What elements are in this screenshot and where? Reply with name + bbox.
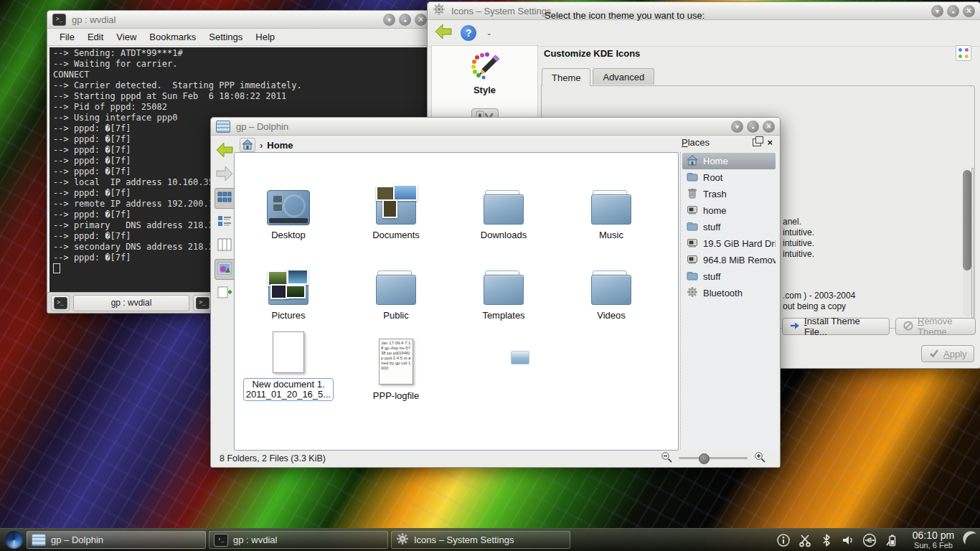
minimize-button[interactable]: [383, 14, 395, 26]
install-theme-button[interactable]: Install Theme File...: [782, 318, 890, 335]
zoom-out-icon[interactable]: [661, 451, 672, 465]
file-item-desktop[interactable]: Desktop: [235, 160, 342, 240]
places-item-home[interactable]: Home: [682, 153, 776, 169]
file-label: Music: [599, 230, 623, 240]
theme-list-text: intuitive.: [783, 238, 814, 248]
split-view-button[interactable]: [215, 283, 235, 303]
places-item-964-8-mib-remov-[interactable]: 964.8 MiB Remov...: [682, 252, 776, 268]
file-view[interactable]: DesktopDocumentsDownloadsMusicPicturesPu…: [234, 152, 679, 451]
file-item-pictures[interactable]: Pictures: [235, 240, 342, 321]
close-button[interactable]: [763, 121, 775, 133]
icon-theme-list[interactable]: [971, 168, 974, 319]
bluetooth-icon[interactable]: [819, 533, 834, 547]
minimize-button[interactable]: [931, 5, 943, 17]
scrollbar-thumb[interactable]: [963, 170, 971, 270]
breadcrumb-location[interactable]: Home: [267, 140, 293, 151]
volume-icon[interactable]: [841, 533, 855, 547]
places-item-bluetooth[interactable]: Bluetooth: [682, 285, 776, 301]
home-icon[interactable]: [240, 138, 255, 152]
file-label: Videos: [597, 311, 626, 321]
terminal-line: --> Pid of pppd: 25082: [53, 102, 426, 113]
apply-button[interactable]: Apply: [921, 345, 974, 362]
zoom-slider-handle[interactable]: [699, 453, 710, 464]
minimize-button[interactable]: [731, 121, 743, 133]
places-item-label: 19.5 GiB Hard Drive: [703, 238, 776, 249]
preview-button[interactable]: [215, 259, 235, 280]
page-title: Customize KDE Icons: [544, 48, 640, 59]
info-icon[interactable]: [776, 533, 791, 547]
file-item-downloads[interactable]: Downloads: [450, 160, 557, 240]
menu-edit[interactable]: Edit: [81, 30, 110, 44]
terminal-line: --> Starting pppd at Sun Feb 6 18:08:22 …: [53, 91, 426, 102]
places-item-stuff[interactable]: stuff: [682, 219, 776, 235]
install-arrow-icon: [790, 321, 800, 332]
places-item-19-5-gib-hard-drive[interactable]: 19.5 GiB Hard Drive: [682, 235, 776, 252]
panel-cashew-icon[interactable]: [963, 531, 979, 550]
clock[interactable]: 06:10 pm Sun, 6 Feb: [908, 529, 958, 550]
file-item-public[interactable]: Public: [342, 240, 450, 321]
tab-advanced[interactable]: Advanced: [593, 68, 654, 85]
blank-document-icon: [273, 331, 304, 373]
places-item-root[interactable]: Root: [682, 169, 776, 186]
style-icon[interactable]: [471, 52, 499, 83]
zoom-in-icon[interactable]: [754, 451, 765, 465]
close-button[interactable]: [963, 5, 975, 17]
battery-icon[interactable]: [884, 533, 898, 547]
float-panel-icon[interactable]: [753, 138, 761, 146]
close-button[interactable]: [415, 14, 427, 26]
chevron-down-icon[interactable]: [486, 29, 492, 37]
forward-button[interactable]: [215, 164, 235, 185]
menu-help[interactable]: Help: [249, 30, 281, 44]
places-item-trash[interactable]: Trash: [682, 186, 776, 202]
terminal-line: --> Waiting for carrier.: [53, 59, 426, 70]
places-panel-header: Places: [682, 137, 773, 148]
sidebar-item-style[interactable]: Style: [473, 85, 496, 95]
menu-file[interactable]: File: [53, 30, 81, 44]
places-item-label: home: [703, 205, 727, 216]
dolphin-window-title: gp – Dolphin: [236, 121, 288, 132]
menu-view[interactable]: View: [110, 30, 143, 44]
file-item-new-document-1-[interactable]: New document 1.2011_01_20_16_5...: [235, 321, 342, 401]
maximize-button[interactable]: [747, 121, 759, 133]
task-system-settings[interactable]: Icons – System Settings: [391, 531, 570, 549]
close-panel-icon[interactable]: [767, 138, 773, 147]
maximize-button[interactable]: [947, 5, 959, 17]
terminal-titlebar[interactable]: gp : wvdial: [47, 11, 432, 29]
usb-icon[interactable]: [862, 533, 877, 547]
breadcrumb: Home: [240, 138, 293, 152]
file-label: PPP-logfile: [373, 391, 419, 401]
details-view-button[interactable]: [215, 212, 235, 232]
menu-bookmarks[interactable]: Bookmarks: [143, 30, 202, 44]
new-tab-button[interactable]: [51, 295, 70, 311]
clipboard-scissors-icon[interactable]: [798, 533, 812, 547]
clock-date: Sun, 6 Feb: [908, 541, 958, 550]
file-item-ppp-logfile[interactable]: Jan 17 09:4 7:18 gp-Asp ire-5738 pp pd[1…: [342, 321, 450, 401]
dolphin-titlebar[interactable]: gp – Dolphin: [211, 118, 780, 136]
icons-view-button[interactable]: [215, 188, 235, 209]
tab-theme[interactable]: Theme: [542, 68, 590, 86]
menu-settings[interactable]: Settings: [202, 30, 249, 44]
back-button[interactable]: [215, 141, 235, 161]
overview-dots-icon[interactable]: [956, 45, 971, 61]
dolphin-app-icon: [216, 121, 230, 133]
maximize-button[interactable]: [399, 14, 411, 26]
task-wvdial[interactable]: gp : wvdial: [209, 531, 388, 549]
places-item-stuff[interactable]: stuff: [682, 268, 776, 285]
task-dolphin[interactable]: gp – Dolphin: [27, 531, 206, 549]
launcher-logo-icon[interactable]: [5, 531, 23, 549]
settings-window-title: Icons – System Settings: [451, 6, 551, 17]
columns-view-button[interactable]: [215, 235, 235, 256]
zoom-slider[interactable]: [679, 457, 748, 459]
remove-theme-button[interactable]: Remove Theme: [895, 318, 976, 335]
tab-list-button[interactable]: [193, 295, 212, 311]
taskbar: gp – Dolphin gp : wvdial Icons – System …: [0, 528, 980, 551]
file-item-videos[interactable]: Videos: [557, 240, 665, 321]
file-item-templates[interactable]: Templates: [450, 240, 557, 321]
terminal-tab[interactable]: gp : wvdial: [73, 295, 189, 311]
file-item-documents[interactable]: Documents: [342, 160, 450, 240]
scrollbar[interactable]: [963, 170, 971, 316]
help-icon[interactable]: [461, 25, 476, 41]
places-item-home[interactable]: home: [682, 202, 776, 219]
back-button[interactable]: [435, 24, 452, 42]
file-item-music[interactable]: Music: [557, 160, 665, 240]
